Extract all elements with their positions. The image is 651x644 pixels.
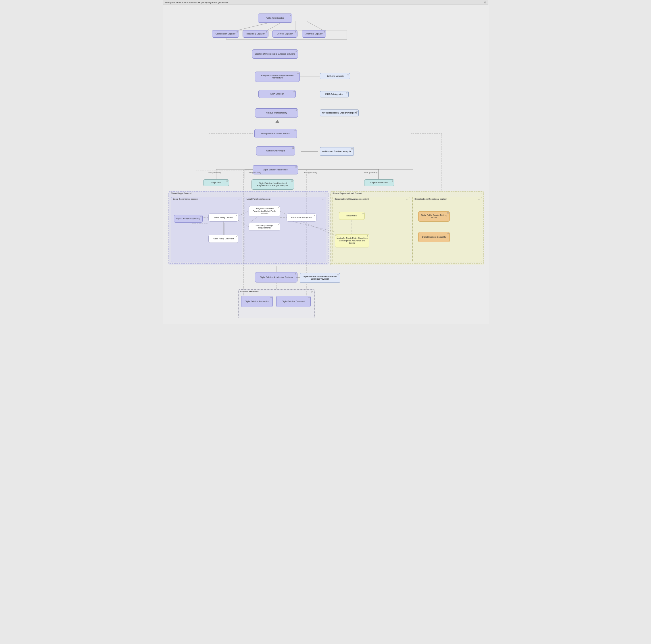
digital-biz-cap-node[interactable]: ⊞ Digital Business Capability xyxy=(418,232,450,242)
digital-sol-arch-decision-node[interactable]: ⊞ Digital Solution Architecture Decision xyxy=(255,272,298,283)
legal-func-label: Legal Functional content xyxy=(247,198,271,200)
key-interop-vp-node[interactable]: ⊞ Key Interoperability Enablers viewpoin… xyxy=(320,109,359,117)
node-icon-kivp: ⊞ xyxy=(356,110,358,112)
adds-gran-label-4: adds granularity xyxy=(364,171,377,173)
node-icon-hlvp: ⊞ xyxy=(347,74,349,76)
node-icon-dsadvp: ⊞ xyxy=(337,274,339,276)
node-icon-do: ⊞ xyxy=(362,213,364,215)
node-icon-dsc: ⊞ xyxy=(308,296,310,298)
node-icon-ap: ▦ xyxy=(292,147,294,149)
public-policy-context-node[interactable]: ⊞ Public Policy Context xyxy=(208,214,238,222)
public-policy-obj-node[interactable]: ⊕ Public Policy Objective xyxy=(286,214,316,222)
digital-sol-assumption-node[interactable]: ⊞ Digital Solution Assumption xyxy=(241,296,273,307)
node-icon-eo: ⊞ xyxy=(293,91,294,93)
adds-gran-label-3: adds granularity xyxy=(304,171,317,173)
main-window: Enterprise Architecture Framework (EAF) … xyxy=(163,0,488,324)
svg-line-3 xyxy=(307,21,324,31)
digital-ready-pm-node[interactable]: ⊞ Digital-ready Policymaking xyxy=(174,215,203,223)
arch-principle-node[interactable]: ▦ Architecture Principle xyxy=(256,146,295,156)
granularity-legal-node[interactable]: ⊞ Granularity of Legal Requirements xyxy=(249,223,280,231)
node-icon-dbc: ⊞ xyxy=(447,233,449,235)
digital-sol-constraint-node[interactable]: ⊞ Digital Solution Constraint xyxy=(276,296,311,307)
node-icon-dsnf: ⊞ xyxy=(291,180,293,182)
node-icon-ppo: ⊕ xyxy=(314,214,315,216)
node-icon-ai: ⊕ xyxy=(296,109,297,111)
org-gov-label: Organisational Governance content xyxy=(335,198,369,200)
eira-ontology-node[interactable]: ⊞ EIRA Ontology xyxy=(258,90,296,98)
arch-principles-vp-node[interactable]: ⊞ Architecture Principles viewpoint xyxy=(320,147,354,156)
node-icon-pa: ⊞ xyxy=(290,14,291,17)
title-bar: Enterprise Architecture Framework (EAF) … xyxy=(163,0,488,5)
digital-sol-nonfunc-node[interactable]: ⊞ Digital Solution Non-Functional Requir… xyxy=(251,179,294,190)
shared-legal-label: Shared Legal Content xyxy=(171,192,191,194)
node-icon-eov: ⊞ xyxy=(346,92,347,94)
node-icon-drpm: ⊞ xyxy=(200,216,202,218)
eira-ontology-view-node[interactable]: ⊞ EIRA Ontology view xyxy=(320,91,349,97)
node-icon-del: ⊞ xyxy=(295,31,296,33)
node-icon-dp: ⊕ xyxy=(278,207,279,209)
delegation-powers-node[interactable]: ⊕ Delegation of Powers Provisioning Digi… xyxy=(249,206,280,216)
diagram-area: ⊞ Public Administration ⊞ Coordination C… xyxy=(163,5,489,324)
node-icon-dsa: ⊞ xyxy=(270,296,272,298)
node-icon-dpsd: ⊞ xyxy=(447,212,449,214)
org-func-label: Organisational Functional content xyxy=(414,198,447,200)
coordination-node[interactable]: ⊞ Coordination Capacity xyxy=(212,30,239,38)
shared-legal-icon: ▱ xyxy=(324,192,326,195)
public-admin-node[interactable]: ⊞ Public Administration xyxy=(258,13,292,23)
delivery-node[interactable]: ⊞ Delivery Capacity xyxy=(272,30,298,38)
means-public-policy-node[interactable]: ⊞ Means for Public Policy Objectives Con… xyxy=(335,234,369,248)
problem-statement-label: Problem Statement xyxy=(240,291,259,293)
shared-org-icon: ▱ xyxy=(480,192,482,195)
node-icon-reg: ⊞ xyxy=(266,31,267,33)
org-gov-container: Organisational Governance content ▱ xyxy=(333,197,410,262)
node-icon-eira: ⊞ xyxy=(297,72,299,74)
node-icon-mpp: ⊞ xyxy=(367,235,368,237)
window-title: Enterprise Architecture Framework (EAF) … xyxy=(165,1,228,4)
add-gran-label-2: add granularity xyxy=(249,171,261,173)
inheritance-triangle xyxy=(275,120,280,123)
org-func-icon: ▱ xyxy=(478,198,480,201)
shared-org-label: Shared Organisational Content xyxy=(333,192,362,194)
legal-gov-label: Legal Governance content xyxy=(173,198,198,200)
org-view-node[interactable]: ⊞ Organisational view xyxy=(364,179,394,186)
legal-view-node[interactable]: ⊞ Legal view xyxy=(203,179,229,186)
node-icon-ppc: ⊞ xyxy=(236,214,237,216)
node-icon-dsad: ⊞ xyxy=(295,273,296,275)
node-icon-dsr: ⊞ xyxy=(296,166,297,168)
digital-ps-delivery-node[interactable]: ⊞ Digital Public Service Delivery Model xyxy=(418,211,450,222)
legal-gov-icon: ▱ xyxy=(239,198,240,201)
node-icon-glr: ⊞ xyxy=(278,224,279,226)
node-icon-ppcon: ⊞ xyxy=(236,236,237,238)
data-owner-node[interactable]: ⊞ Data Owner xyxy=(339,212,365,220)
node-icon-apvp: ⊞ xyxy=(351,148,353,150)
node-icon-ov: ⊞ xyxy=(392,180,393,182)
public-policy-constraint-node[interactable]: ⊞ Public Policy Constraint xyxy=(208,235,238,243)
high-level-vp-node[interactable]: ⊞ High Level viewpoint xyxy=(320,73,350,79)
legal-func-icon: ▱ xyxy=(322,198,324,201)
regulatory-node[interactable]: ⊞ Regulatory Capacity xyxy=(243,30,269,38)
eira-ref-arch-node[interactable]: ⊞ European Interoperability Reference Ar… xyxy=(255,71,300,82)
node-icon-lv: ⊞ xyxy=(226,180,228,182)
achieve-interop-node[interactable]: ⊕ Achieve Interoperability xyxy=(255,108,298,118)
add-gran-label-1: add granularity xyxy=(208,171,221,173)
creation-interop-node[interactable]: ⊕ Creation of Interoperable European Sol… xyxy=(252,50,298,59)
legal-gov-container: Legal Governance content ▱ xyxy=(171,197,242,262)
close-icon[interactable]: ⊡ xyxy=(484,1,486,4)
problem-icon: ▱ xyxy=(311,291,313,293)
node-icon-ana: ⊞ xyxy=(323,31,325,33)
analytical-node[interactable]: ⊞ Analytical Capacity xyxy=(302,30,326,38)
node-icon-coord: ⊞ xyxy=(237,31,238,33)
digital-sol-arch-decisions-vp-node[interactable]: ⊞ Digital Solution Architecture Decision… xyxy=(300,273,340,283)
node-icon-ies: ⊕ xyxy=(294,130,296,132)
interop-eu-sol-node[interactable]: ⊕ Interoperable European Solution xyxy=(254,129,297,138)
org-func-container: Organisational Functional content ▱ xyxy=(412,197,482,262)
org-gov-icon: ▱ xyxy=(406,198,408,201)
node-icon-ci: ⊕ xyxy=(296,50,297,52)
